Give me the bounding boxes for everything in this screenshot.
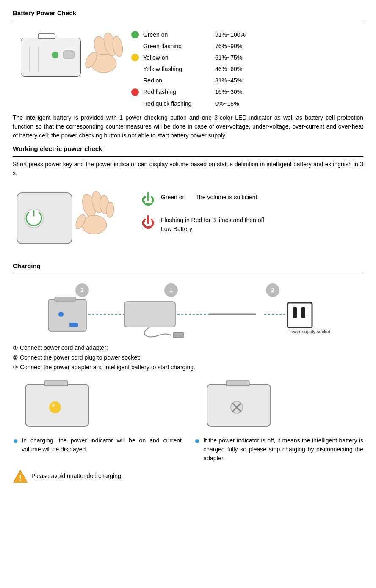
charged-caption-right: ● If the power indicator is off, it mean… [194, 436, 363, 463]
svg-point-28 [58, 312, 64, 317]
svg-rect-29 [69, 323, 78, 327]
status-percent-yellow-flashing: 46%~60% [215, 64, 242, 74]
working-row-green: ⏻ Green on The volume is sufficient. [141, 193, 363, 206]
step-2-text: ② Connect the power cord plug to power s… [13, 353, 141, 362]
bottom-images: ● In charging, the power indicator will … [13, 378, 363, 463]
charging-steps: ① Connect power cord and adapter; ② Conn… [13, 343, 363, 372]
working-green-desc: Green on The volume is sufficient. [161, 193, 259, 202]
working-red-line2: Low Battery [161, 225, 264, 234]
working-electric-section: Working electric power check Short press… [13, 144, 363, 255]
svg-rect-36 [288, 303, 312, 327]
working-layout: ⏻ Green on The volume is sufficient. ⏻ F… [13, 184, 363, 255]
status-label-red-flashing: Red flashing [143, 87, 202, 97]
charging-title: Charging [13, 261, 363, 271]
svg-rect-45 [226, 381, 249, 386]
status-percent-green-on: 91%~100% [215, 30, 246, 40]
status-row-red-on: Red on 31%~45% [131, 75, 363, 86]
battery-description: The intelligent battery is provided with… [13, 113, 363, 140]
svg-point-42 [49, 401, 61, 413]
svg-text:3: 3 [80, 287, 84, 294]
status-row-yellow-on: Yellow on 61%~75% [131, 52, 363, 63]
charging-step-1: ① Connect power cord and adapter; [13, 343, 363, 352]
svg-rect-37 [293, 307, 297, 318]
power-icon-red: ⏻ [141, 216, 155, 229]
svg-text:1: 1 [169, 287, 173, 294]
charging-diagram: 1 2 3 [13, 283, 363, 338]
svg-rect-32 [173, 332, 184, 338]
led-green-on [131, 31, 139, 38]
led-red-flashing [131, 88, 139, 96]
power-icon-green: ⏻ [141, 193, 155, 206]
warning-row: ! Please avoid unattended charging. [13, 469, 363, 484]
svg-text:2: 2 [271, 287, 274, 294]
working-hand-illustration [13, 184, 131, 255]
battery-power-check-title: Battery Power Check [13, 8, 363, 18]
warning-icon: ! [13, 469, 28, 484]
led-empty-4 [131, 100, 139, 107]
status-row-green-on: Green on 91%~100% [131, 30, 363, 40]
charged-indicator-icon: ● [194, 436, 200, 445]
charged-caption-right-text: If the power indicator is off, it means … [203, 436, 363, 463]
led-yellow-on [131, 54, 139, 61]
working-status: ⏻ Green on The volume is sufficient. ⏻ F… [141, 184, 363, 234]
status-row-green-flashing: Green flashing 76%~90% [131, 41, 363, 52]
battery-power-check-section: Battery Power Check [13, 8, 363, 140]
svg-rect-27 [55, 297, 76, 301]
charging-caption-left: ● In charging, the power indicator will … [13, 436, 182, 454]
status-percent-red-on: 31%~45% [215, 75, 242, 86]
charging-image-block: ● In charging, the power indicator will … [13, 378, 182, 454]
charging-caption-left-text: In charging, the power indicator will be… [22, 436, 182, 454]
step-1-text: ① Connect power cord and adapter; [13, 343, 108, 352]
status-percent-yellow-on: 61%~75% [215, 52, 242, 63]
charging-step-3: ③ Connect the power adapter and intellig… [13, 363, 363, 372]
working-green-label: Green on The volume is sufficient. [161, 194, 259, 201]
status-percent-red-flashing: 16%~30% [215, 87, 242, 97]
svg-rect-31 [124, 302, 175, 327]
status-row-yellow-flashing: Yellow flashing 46%~60% [131, 64, 363, 74]
working-red-line1: Flashing in Red for 3 times and then off [161, 216, 264, 225]
svg-text:!: ! [19, 474, 22, 482]
charging-divider [13, 274, 363, 274]
step-3-text: ③ Connect the power adapter and intellig… [13, 363, 195, 372]
battery-hand-illustration [13, 25, 123, 96]
working-red-desc: Flashing in Red for 3 times and then off… [161, 216, 264, 234]
svg-rect-6 [64, 51, 74, 58]
status-percent-green-flashing: 76%~90% [215, 41, 242, 52]
status-label-red-quick: Red quick flashing [143, 99, 202, 109]
charging-step-2: ② Connect the power cord plug to power s… [13, 353, 363, 362]
status-label-green-flashing: Green flashing [143, 41, 202, 52]
charged-image-block: ● If the power indicator is off, it mean… [194, 378, 363, 463]
svg-point-5 [52, 52, 58, 58]
charging-section: Charging 1 2 3 [13, 261, 363, 484]
status-label-red-on: Red on [143, 75, 202, 86]
working-intro: Short press power key and the power indi… [13, 160, 363, 178]
status-label-yellow-flashing: Yellow flashing [143, 64, 202, 74]
working-row-red: ⏻ Flashing in Red for 3 times and then o… [141, 216, 363, 234]
battery-status-table: Green on 91%~100% Green flashing 76%~90%… [131, 25, 363, 109]
svg-point-43 [52, 404, 55, 407]
working-divider [13, 156, 363, 157]
svg-rect-41 [44, 381, 68, 386]
led-empty-2 [131, 66, 139, 73]
warning-text: Please avoid unattended charging. [31, 472, 123, 481]
status-label-yellow-on: Yellow on [143, 52, 202, 63]
svg-rect-26 [48, 299, 86, 331]
status-row-red-quick: Red quick flashing 0%~15% [131, 99, 363, 109]
led-empty-1 [131, 42, 139, 50]
battery-check-layout: Green on 91%~100% Green flashing 76%~90%… [13, 25, 363, 109]
status-row-red-flashing: Red flashing 16%~30% [131, 87, 363, 97]
svg-text:Power supply socket: Power supply socket [288, 329, 330, 334]
charging-indicator-icon: ● [13, 436, 18, 445]
status-label-green-on: Green on [143, 30, 202, 40]
status-percent-red-quick: 0%~15% [215, 99, 239, 109]
svg-rect-38 [301, 307, 305, 318]
section-divider [13, 21, 363, 21]
working-electric-title: Working electric power check [13, 144, 363, 154]
led-empty-3 [131, 77, 139, 85]
